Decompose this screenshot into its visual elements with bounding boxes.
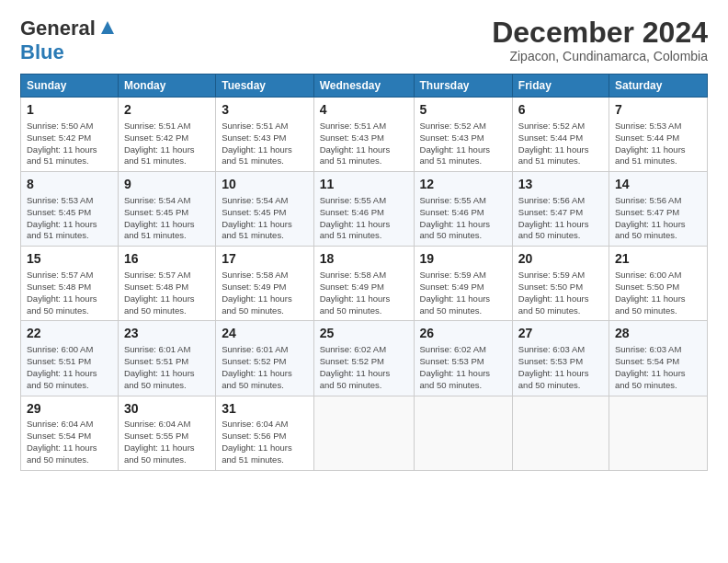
- calendar-week-row: 15Sunrise: 5:57 AM Sunset: 5:48 PM Dayli…: [21, 247, 708, 321]
- calendar-day-cell: 4Sunrise: 5:51 AM Sunset: 5:43 PM Daylig…: [313, 98, 414, 172]
- day-info: Sunrise: 6:01 AM Sunset: 5:52 PM Dayligh…: [222, 344, 308, 391]
- calendar-day-cell: 8Sunrise: 5:53 AM Sunset: 5:45 PM Daylig…: [21, 172, 119, 247]
- column-header-saturday: Saturday: [609, 75, 707, 98]
- day-info: Sunrise: 5:50 AM Sunset: 5:42 PM Dayligh…: [27, 121, 112, 167]
- column-header-sunday: Sunday: [21, 75, 119, 98]
- calendar-day-cell: [512, 396, 609, 470]
- day-info: Sunrise: 5:53 AM Sunset: 5:44 PM Dayligh…: [615, 121, 701, 167]
- calendar-day-cell: 25Sunrise: 6:02 AM Sunset: 5:52 PM Dayli…: [313, 321, 414, 396]
- page: General Blue December 2024 Zipacon, Cund…: [0, 0, 728, 563]
- day-info: Sunrise: 5:52 AM Sunset: 5:43 PM Dayligh…: [420, 121, 506, 167]
- calendar-day-cell: [414, 396, 512, 470]
- day-info: Sunrise: 6:04 AM Sunset: 5:55 PM Dayligh…: [124, 419, 210, 465]
- calendar-week-row: 29Sunrise: 6:04 AM Sunset: 5:54 PM Dayli…: [21, 396, 708, 470]
- day-number: 22: [27, 325, 112, 342]
- calendar-header-row: SundayMondayTuesdayWednesdayThursdayFrid…: [21, 75, 708, 98]
- day-number: 12: [420, 176, 506, 193]
- day-number: 4: [320, 101, 408, 119]
- logo-general: General: [20, 17, 96, 40]
- calendar-day-cell: 10Sunrise: 5:54 AM Sunset: 5:45 PM Dayli…: [216, 172, 314, 247]
- calendar-week-row: 1Sunrise: 5:50 AM Sunset: 5:42 PM Daylig…: [21, 98, 708, 172]
- day-number: 23: [124, 325, 210, 342]
- calendar-day-cell: 7Sunrise: 5:53 AM Sunset: 5:44 PM Daylig…: [609, 98, 707, 172]
- day-info: Sunrise: 6:03 AM Sunset: 5:53 PM Dayligh…: [518, 344, 603, 391]
- day-number: 17: [222, 250, 308, 268]
- day-info: Sunrise: 6:03 AM Sunset: 5:54 PM Dayligh…: [615, 344, 701, 391]
- day-info: Sunrise: 5:59 AM Sunset: 5:49 PM Dayligh…: [420, 270, 506, 316]
- calendar-day-cell: 28Sunrise: 6:03 AM Sunset: 5:54 PM Dayli…: [609, 321, 707, 396]
- day-number: 5: [420, 101, 506, 119]
- logo-blue: Blue: [20, 40, 64, 63]
- calendar-day-cell: 15Sunrise: 5:57 AM Sunset: 5:48 PM Dayli…: [21, 247, 119, 321]
- day-info: Sunrise: 6:00 AM Sunset: 5:50 PM Dayligh…: [615, 270, 701, 316]
- day-info: Sunrise: 5:54 AM Sunset: 5:45 PM Dayligh…: [124, 195, 210, 242]
- calendar-day-cell: 22Sunrise: 6:00 AM Sunset: 5:51 PM Dayli…: [21, 321, 119, 396]
- day-info: Sunrise: 5:53 AM Sunset: 5:45 PM Dayligh…: [27, 195, 112, 242]
- day-number: 21: [615, 250, 701, 268]
- day-number: 24: [222, 325, 308, 342]
- day-info: Sunrise: 5:54 AM Sunset: 5:45 PM Dayligh…: [222, 195, 308, 242]
- day-info: Sunrise: 5:55 AM Sunset: 5:46 PM Dayligh…: [420, 195, 506, 242]
- calendar-week-row: 8Sunrise: 5:53 AM Sunset: 5:45 PM Daylig…: [21, 172, 708, 247]
- calendar-table: SundayMondayTuesdayWednesdayThursdayFrid…: [20, 74, 708, 471]
- calendar-day-cell: 6Sunrise: 5:52 AM Sunset: 5:44 PM Daylig…: [512, 98, 609, 172]
- day-number: 26: [420, 325, 506, 342]
- day-number: 1: [27, 101, 112, 119]
- day-number: 10: [222, 176, 308, 193]
- calendar-day-cell: 26Sunrise: 6:02 AM Sunset: 5:53 PM Dayli…: [414, 321, 512, 396]
- day-number: 18: [320, 250, 408, 268]
- day-number: 29: [27, 400, 112, 418]
- calendar-day-cell: 12Sunrise: 5:55 AM Sunset: 5:46 PM Dayli…: [414, 172, 512, 247]
- day-info: Sunrise: 5:51 AM Sunset: 5:43 PM Dayligh…: [222, 121, 308, 167]
- day-info: Sunrise: 6:00 AM Sunset: 5:51 PM Dayligh…: [27, 344, 112, 391]
- calendar-day-cell: 13Sunrise: 5:56 AM Sunset: 5:47 PM Dayli…: [512, 172, 609, 247]
- day-number: 19: [420, 250, 506, 268]
- calendar-day-cell: 1Sunrise: 5:50 AM Sunset: 5:42 PM Daylig…: [21, 98, 119, 172]
- day-number: 20: [518, 250, 603, 268]
- day-info: Sunrise: 5:52 AM Sunset: 5:44 PM Dayligh…: [518, 121, 603, 167]
- day-number: 25: [320, 325, 408, 342]
- calendar-day-cell: 20Sunrise: 5:59 AM Sunset: 5:50 PM Dayli…: [512, 247, 609, 321]
- day-number: 31: [222, 400, 308, 418]
- logo: General Blue: [20, 17, 118, 64]
- column-header-thursday: Thursday: [414, 75, 512, 98]
- day-number: 27: [518, 325, 603, 342]
- day-number: 8: [27, 176, 112, 193]
- day-info: Sunrise: 5:57 AM Sunset: 5:48 PM Dayligh…: [27, 270, 112, 316]
- calendar-day-cell: 9Sunrise: 5:54 AM Sunset: 5:45 PM Daylig…: [118, 172, 215, 247]
- day-info: Sunrise: 5:58 AM Sunset: 5:49 PM Dayligh…: [222, 270, 308, 316]
- day-number: 11: [320, 176, 408, 193]
- day-number: 30: [124, 400, 210, 418]
- day-number: 2: [124, 101, 210, 119]
- calendar-day-cell: 2Sunrise: 5:51 AM Sunset: 5:42 PM Daylig…: [118, 98, 215, 172]
- calendar-day-cell: 16Sunrise: 5:57 AM Sunset: 5:48 PM Dayli…: [118, 247, 215, 321]
- day-number: 7: [615, 101, 701, 119]
- day-info: Sunrise: 5:51 AM Sunset: 5:43 PM Dayligh…: [320, 121, 408, 167]
- title-area: December 2024 Zipacon, Cundinamarca, Col…: [492, 17, 708, 63]
- day-info: Sunrise: 5:51 AM Sunset: 5:42 PM Dayligh…: [124, 121, 210, 167]
- day-number: 3: [222, 101, 308, 119]
- day-info: Sunrise: 5:56 AM Sunset: 5:47 PM Dayligh…: [615, 195, 701, 242]
- day-number: 13: [518, 176, 603, 193]
- calendar-day-cell: 17Sunrise: 5:58 AM Sunset: 5:49 PM Dayli…: [216, 247, 314, 321]
- calendar-day-cell: 5Sunrise: 5:52 AM Sunset: 5:43 PM Daylig…: [414, 98, 512, 172]
- day-number: 9: [124, 176, 210, 193]
- calendar-day-cell: 21Sunrise: 6:00 AM Sunset: 5:50 PM Dayli…: [609, 247, 707, 321]
- day-number: 14: [615, 176, 701, 193]
- day-info: Sunrise: 5:58 AM Sunset: 5:49 PM Dayligh…: [320, 270, 408, 316]
- day-number: 28: [615, 325, 701, 342]
- column-header-tuesday: Tuesday: [216, 75, 314, 98]
- calendar-day-cell: 11Sunrise: 5:55 AM Sunset: 5:46 PM Dayli…: [313, 172, 414, 247]
- day-number: 16: [124, 250, 210, 268]
- calendar-day-cell: 27Sunrise: 6:03 AM Sunset: 5:53 PM Dayli…: [512, 321, 609, 396]
- day-number: 6: [518, 101, 603, 119]
- column-header-friday: Friday: [512, 75, 609, 98]
- main-title: December 2024: [492, 17, 708, 49]
- day-info: Sunrise: 5:59 AM Sunset: 5:50 PM Dayligh…: [518, 270, 603, 316]
- day-info: Sunrise: 6:02 AM Sunset: 5:52 PM Dayligh…: [320, 344, 408, 391]
- calendar-day-cell: 23Sunrise: 6:01 AM Sunset: 5:51 PM Dayli…: [118, 321, 215, 396]
- logo-bird-icon: [97, 17, 118, 38]
- day-info: Sunrise: 6:04 AM Sunset: 5:54 PM Dayligh…: [27, 419, 112, 465]
- calendar-day-cell: 24Sunrise: 6:01 AM Sunset: 5:52 PM Dayli…: [216, 321, 314, 396]
- day-info: Sunrise: 5:57 AM Sunset: 5:48 PM Dayligh…: [124, 270, 210, 316]
